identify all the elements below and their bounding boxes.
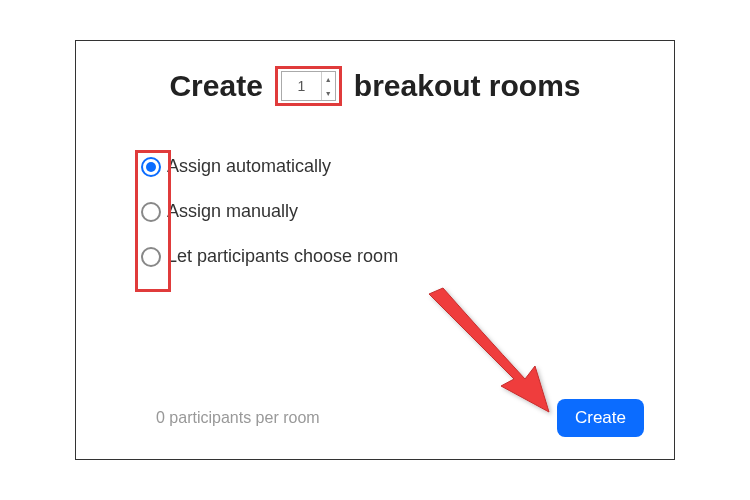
option-assign-manually[interactable]: Assign manually (141, 201, 644, 222)
option-label: Assign automatically (167, 156, 331, 177)
breakout-rooms-dialog: Create 1 ▲ ▼ breakout rooms Assign autom… (75, 40, 675, 460)
option-assign-automatically[interactable]: Assign automatically (141, 156, 644, 177)
create-button[interactable]: Create (557, 399, 644, 437)
title-suffix: breakout rooms (354, 69, 581, 103)
room-count-value[interactable]: 1 (282, 72, 321, 100)
dialog-footer: 0 participants per room Create (106, 399, 644, 437)
stepper-up-icon[interactable]: ▲ (322, 72, 335, 86)
room-count-stepper[interactable]: 1 ▲ ▼ (281, 71, 336, 101)
dialog-title-row: Create 1 ▲ ▼ breakout rooms (106, 66, 644, 106)
radio-group-highlight (135, 150, 171, 292)
assignment-options: Assign automatically Assign manually Let… (141, 156, 644, 267)
title-prefix: Create (169, 69, 262, 103)
option-label: Assign manually (167, 201, 298, 222)
room-count-highlight: 1 ▲ ▼ (275, 66, 342, 106)
participants-per-room-text: 0 participants per room (156, 409, 320, 427)
stepper-down-icon[interactable]: ▼ (322, 86, 335, 100)
option-let-participants-choose[interactable]: Let participants choose room (141, 246, 644, 267)
option-label: Let participants choose room (167, 246, 398, 267)
stepper-arrows: ▲ ▼ (321, 72, 335, 100)
